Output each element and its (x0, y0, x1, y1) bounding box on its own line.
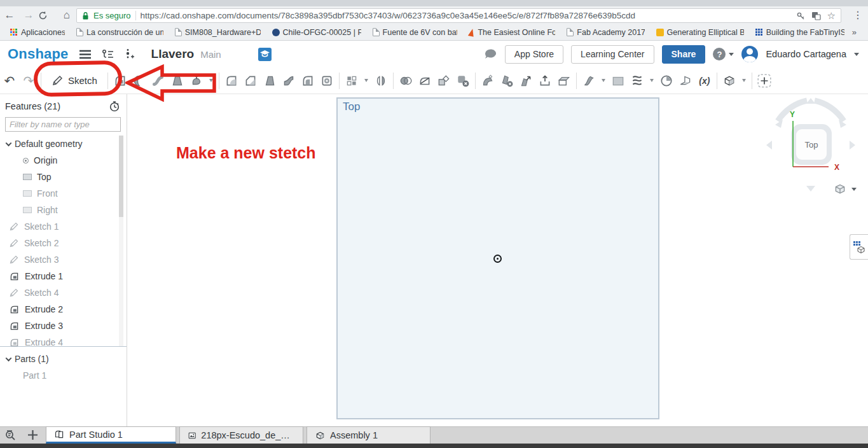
thicken-tool[interactable] (187, 70, 206, 92)
tree-item-origin[interactable]: Origin (0, 152, 127, 169)
learning-cap-icon[interactable] (258, 48, 272, 61)
hole-tool[interactable] (317, 70, 336, 92)
tree-group-default-geometry[interactable]: Default geometry (0, 136, 127, 152)
curve-dropdown-caret-icon[interactable] (647, 70, 657, 92)
feature-tree-scrollbar[interactable] (119, 136, 123, 346)
home-icon[interactable]: ⌂ (57, 9, 76, 22)
tree-item-sketch-2[interactable]: Sketch 2 (0, 235, 127, 251)
panel-toggle-button[interactable] (850, 234, 868, 260)
draft-tool[interactable] (260, 70, 279, 92)
import-tool[interactable] (535, 70, 555, 92)
versions-icon[interactable] (102, 49, 114, 60)
bookmark-item[interactable]: La construcción de un (72, 27, 167, 38)
manage-tabs-search-icon[interactable] (0, 426, 22, 444)
main-menu-icon[interactable] (79, 50, 92, 59)
delete-face-tool[interactable] (497, 70, 516, 92)
help-caret-icon[interactable] (729, 53, 734, 56)
tree-item-part-1[interactable]: Part 1 (0, 367, 127, 384)
viewcube-down-arrow-icon[interactable] (806, 186, 815, 192)
split-tool[interactable] (415, 70, 434, 92)
rib-tool[interactable] (279, 70, 298, 92)
viewcube-right-arrow-icon[interactable] (850, 141, 855, 150)
tree-item-sketch-1[interactable]: Sketch 1 (0, 218, 127, 235)
key-icon[interactable] (796, 11, 805, 20)
bookmark-item[interactable]: SIM808_Hardware+D (171, 27, 265, 38)
viewport-origin-icon[interactable] (493, 255, 502, 263)
tree-item-extrude-3[interactable]: Extrude 3 (0, 318, 127, 334)
linear-pattern-tool[interactable] (342, 70, 361, 92)
shell-tool[interactable] (298, 70, 317, 92)
user-name[interactable]: Eduardo Cartagena (766, 49, 846, 59)
clock-tool[interactable] (657, 70, 676, 92)
export-tool[interactable] (555, 70, 574, 92)
app-store-button[interactable]: App Store (505, 45, 563, 64)
help-icon[interactable]: ? (713, 48, 726, 60)
learning-center-button[interactable]: Learning Center (571, 45, 654, 64)
reload-icon[interactable] (38, 11, 57, 20)
sheet-metal-tool[interactable] (676, 70, 695, 92)
view-cube[interactable]: Top Y X (760, 94, 862, 196)
feature-filter-input[interactable] (5, 117, 121, 132)
add-tab-button[interactable] (22, 426, 43, 444)
revolve-tool[interactable] (130, 70, 149, 92)
assign-part-tool[interactable] (720, 70, 739, 92)
tree-item-extrude-4[interactable]: Extrude 4 (0, 334, 127, 346)
sketch-button[interactable]: Sketch (44, 70, 105, 92)
tree-group-parts[interactable]: Parts (1) (0, 351, 127, 367)
loft-tool[interactable] (168, 70, 187, 92)
viewcube-left-arrow-icon[interactable] (766, 141, 772, 150)
redo-button[interactable]: ↷ (19, 70, 38, 92)
workspace-name[interactable]: Main (200, 49, 221, 60)
tree-item-extrude-2[interactable]: Extrude 2 (0, 301, 127, 318)
surface-tool[interactable] (579, 70, 598, 92)
bookmark-item[interactable]: Building the FabTinyIS (752, 27, 848, 38)
url-text[interactable]: https://cad.onshape.com/documents/78c389… (141, 11, 792, 20)
share-button[interactable]: Share (662, 45, 706, 64)
pattern-dropdown-caret-icon[interactable] (361, 70, 371, 92)
translate-icon[interactable] (811, 11, 821, 20)
bookmark-item[interactable]: Chile-OFGC-00025 | P (268, 27, 365, 38)
bookmark-star-icon[interactable]: ☆ (827, 10, 836, 22)
tree-item-top-plane[interactable]: Top (0, 169, 127, 185)
tree-item-sketch-4[interactable]: Sketch 4 (0, 284, 127, 301)
part-dropdown-caret-icon[interactable] (739, 70, 749, 92)
rollback-timer-icon[interactable] (109, 101, 120, 112)
undo-button[interactable]: ↶ (0, 70, 19, 92)
variable-tool[interactable]: (x) (695, 70, 714, 92)
custom-feature-tool[interactable] (755, 70, 774, 92)
user-avatar[interactable] (741, 46, 758, 62)
tree-item-right-plane[interactable]: Right (0, 202, 127, 218)
sweep-tool[interactable] (149, 70, 168, 92)
boss-dropdown-caret-icon[interactable] (206, 70, 216, 92)
url-bar[interactable]: Es seguro https://cad.onshape.com/docume… (76, 8, 841, 23)
bookmark-item[interactable]: Fab Academy 2017 (563, 27, 648, 38)
bookmark-item[interactable]: Fuente de 6V con bat (369, 27, 462, 38)
bookmark-item[interactable]: The Easiest Online Fo (465, 27, 559, 38)
onshape-logo[interactable]: Onshape (8, 46, 69, 62)
security-label[interactable]: Es seguro (93, 11, 131, 20)
boolean-tool[interactable] (396, 70, 415, 92)
delete-part-tool[interactable] (453, 70, 472, 92)
follow-mode-icon[interactable] (125, 48, 135, 60)
move-face-tool[interactable] (516, 70, 535, 92)
chamfer-tool[interactable] (241, 70, 260, 92)
plane-tool[interactable] (609, 70, 628, 92)
bookmarks-overflow-icon[interactable]: » (852, 27, 862, 37)
browser-menu-icon[interactable]: ⋮ (853, 9, 863, 21)
tab-image-escudo[interactable]: 218px-Escudo_de_Barce... (179, 426, 303, 444)
tree-item-extrude-1[interactable]: Extrude 1 (0, 268, 127, 284)
tab-assembly-1[interactable]: Assembly 1 (307, 426, 431, 444)
viewcube-up-arrow-icon[interactable] (806, 98, 815, 104)
surface-dropdown-caret-icon[interactable] (598, 70, 609, 92)
forward-icon[interactable]: → (19, 9, 38, 22)
bookmark-apps[interactable]: Aplicaciones (6, 27, 69, 38)
back-icon[interactable]: ← (0, 9, 19, 22)
fillet-tool[interactable] (222, 70, 241, 92)
comment-bubble-icon[interactable] (484, 48, 497, 60)
tree-item-front-plane[interactable]: Front (0, 185, 127, 202)
tab-part-studio-1[interactable]: Part Studio 1 (46, 426, 176, 444)
modify-fillet-tool[interactable] (478, 70, 497, 92)
mirror-tool[interactable] (371, 70, 390, 92)
rotate-right-arc-icon[interactable] (815, 101, 844, 121)
tree-item-sketch-3[interactable]: Sketch 3 (0, 251, 127, 268)
